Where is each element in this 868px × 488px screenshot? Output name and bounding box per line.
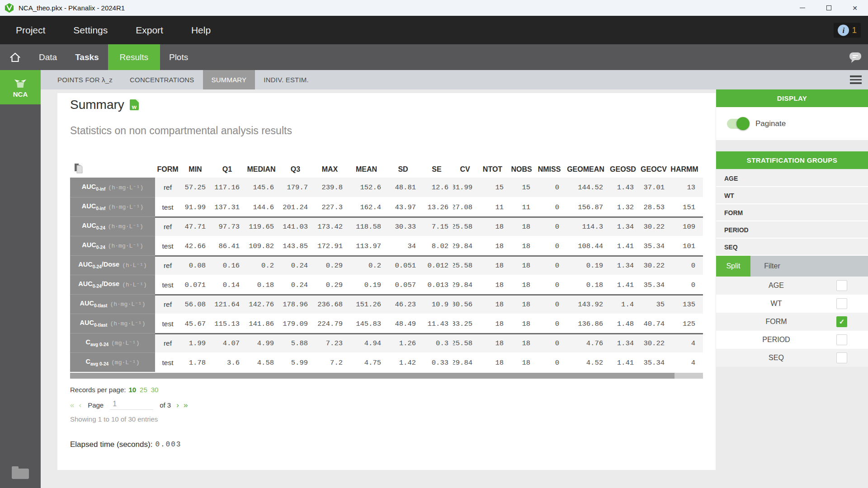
page-label: Page bbox=[88, 401, 104, 409]
minimize-button[interactable] bbox=[789, 0, 816, 16]
cell-geomean: 136.86 bbox=[564, 314, 608, 333]
cell-nmiss: 0 bbox=[535, 178, 564, 197]
cell-max: 7.2 bbox=[312, 353, 347, 372]
summary-card: Summary w Statistics on non compartmenta… bbox=[57, 93, 716, 470]
column-header-mean: MEAN bbox=[347, 165, 386, 174]
sidebar-item-nca[interactable]: NCA bbox=[0, 70, 41, 104]
nav-tabs: DataTasksResultsPlots bbox=[30, 44, 197, 70]
parameter-name: AUC0-24/Dose bbox=[78, 261, 119, 269]
home-button[interactable] bbox=[0, 44, 30, 70]
parameter-unit: (mg·L⁻¹) bbox=[111, 359, 139, 366]
panel-menu-button[interactable] bbox=[850, 70, 862, 89]
cell-q1: 86.41 bbox=[210, 237, 244, 255]
tab-data[interactable]: Data bbox=[30, 44, 66, 70]
split-option-label: SEQ bbox=[716, 354, 836, 362]
copy-table-button[interactable] bbox=[70, 163, 155, 176]
table-row: AUC0-inf(h·mg·L⁻¹)test91.99137.31144.620… bbox=[70, 197, 703, 216]
cell-median: 144.6 bbox=[244, 198, 278, 216]
folder-icon bbox=[12, 469, 29, 479]
subtab-summary[interactable]: SUMMARY bbox=[203, 70, 255, 89]
strat-group-wt[interactable]: WT bbox=[716, 187, 868, 204]
menu-export[interactable]: Export bbox=[136, 25, 163, 36]
menu-project[interactable]: Project bbox=[16, 25, 45, 36]
table-row: AUC0-24(h·mg·L⁻¹)ref47.7197.73119.65141.… bbox=[70, 216, 703, 236]
parameter-unit: (h·mg·L⁻¹) bbox=[110, 320, 145, 327]
strat-group-period[interactable]: PERIOD bbox=[716, 221, 868, 239]
split-option-label: AGE bbox=[716, 282, 836, 290]
strat-group-seq[interactable]: SEQ bbox=[716, 239, 868, 256]
maximize-button[interactable] bbox=[816, 0, 842, 16]
checkbox-form[interactable]: ✓ bbox=[836, 316, 847, 327]
cell-mean: 113.97 bbox=[347, 237, 386, 255]
cell-q3: 178.96 bbox=[278, 296, 312, 314]
split-filter-tabs: Split Filter bbox=[716, 256, 868, 277]
checkbox-period[interactable] bbox=[836, 334, 847, 345]
tab-plots[interactable]: Plots bbox=[160, 44, 197, 70]
cell-sd: 30.33 bbox=[386, 218, 420, 236]
records-option-10[interactable]: 10 bbox=[128, 386, 136, 394]
parameter-name: AUC0-inf bbox=[82, 183, 106, 192]
column-header-form: FORM bbox=[155, 165, 180, 174]
tab-split[interactable]: Split bbox=[716, 256, 750, 277]
subtab-indiv-estim[interactable]: INDIV. ESTIM. bbox=[255, 70, 317, 89]
records-option-30[interactable]: 30 bbox=[151, 386, 159, 394]
prev-page-button[interactable]: ‹ bbox=[79, 401, 81, 409]
menu-help[interactable]: Help bbox=[191, 25, 211, 36]
parameter-unit: (h·mg·L⁻¹) bbox=[108, 242, 143, 249]
notifications-badge[interactable]: i 1 bbox=[834, 23, 861, 38]
strat-group-age[interactable]: AGE bbox=[716, 170, 868, 187]
page-of-label: of 3 bbox=[160, 401, 171, 409]
cell-q3: 201.24 bbox=[278, 198, 312, 216]
cell-median: 0.2 bbox=[244, 257, 278, 275]
last-page-button[interactable]: » bbox=[184, 401, 188, 409]
subtab-concentrations[interactable]: CONCENTRATIONS bbox=[121, 70, 203, 89]
cell-nmiss: 0 bbox=[535, 198, 564, 216]
tab-results[interactable]: Results bbox=[108, 44, 160, 70]
row-parameter-label: AUC0-tlast(h·mg·L⁻¹) bbox=[70, 294, 155, 314]
right-panel: DISPLAY Paginate STRATIFICATION GROUPS A… bbox=[716, 89, 868, 488]
cell-nmiss: 0 bbox=[535, 276, 564, 294]
horizontal-scrollbar[interactable] bbox=[70, 373, 703, 379]
cell-max: 236.68 bbox=[312, 296, 347, 314]
cell-geomean: 114.3 bbox=[564, 218, 608, 236]
menu-bar: ProjectSettingsExportHelp i 1 bbox=[0, 16, 868, 44]
cell-sd: 48.81 bbox=[386, 178, 420, 197]
cell-q3: 5.99 bbox=[278, 353, 312, 372]
cell-cv: 29.84 bbox=[453, 353, 477, 372]
pkanalix-logo-icon bbox=[4, 3, 14, 13]
project-folder-button[interactable] bbox=[12, 469, 29, 479]
paginate-toggle[interactable] bbox=[727, 119, 748, 129]
close-button[interactable]: ✕ bbox=[842, 0, 868, 16]
cell-ntot: 18 bbox=[477, 334, 508, 352]
records-option-25[interactable]: 25 bbox=[140, 386, 147, 394]
checkbox-wt[interactable] bbox=[836, 298, 847, 309]
split-option-label: PERIOD bbox=[716, 336, 836, 344]
row-parameter-label: AUC0-inf(h·mg·L⁻¹) bbox=[70, 178, 155, 197]
next-page-button[interactable]: › bbox=[176, 401, 179, 409]
parameter-name: AUC0-24 bbox=[82, 222, 105, 230]
export-word-button[interactable]: w bbox=[130, 99, 139, 110]
checkbox-seq[interactable] bbox=[836, 352, 847, 363]
records-options: 102530 bbox=[128, 386, 158, 394]
checkbox-age[interactable] bbox=[836, 280, 847, 291]
cell-sd: 1.42 bbox=[386, 353, 420, 372]
cell-median: 141.86 bbox=[244, 314, 278, 333]
tab-filter[interactable]: Filter bbox=[750, 256, 794, 277]
column-header-nobs: NOBS bbox=[508, 165, 535, 174]
row-values: ref0.080.160.20.240.290.20.0510.01225.58… bbox=[155, 255, 703, 275]
scrollbar-thumb[interactable] bbox=[70, 373, 675, 379]
cell-q3: 141.03 bbox=[278, 218, 312, 236]
cell-min: 1.78 bbox=[180, 353, 210, 372]
menu-settings[interactable]: Settings bbox=[73, 25, 108, 36]
display-section-header: DISPLAY bbox=[716, 89, 868, 107]
column-header-min: MIN bbox=[180, 165, 210, 174]
feedback-button[interactable] bbox=[848, 44, 863, 70]
strat-group-form[interactable]: FORM bbox=[716, 204, 868, 221]
cell-ntot: 18 bbox=[477, 353, 508, 372]
subtab-points-for-z[interactable]: POINTS FOR λ_z bbox=[49, 70, 121, 89]
cell-sd: 1.26 bbox=[386, 334, 420, 352]
first-page-button[interactable]: « bbox=[70, 401, 74, 409]
page-input[interactable] bbox=[110, 400, 153, 410]
tab-tasks[interactable]: Tasks bbox=[66, 44, 108, 70]
cell-nmiss: 0 bbox=[535, 334, 564, 352]
